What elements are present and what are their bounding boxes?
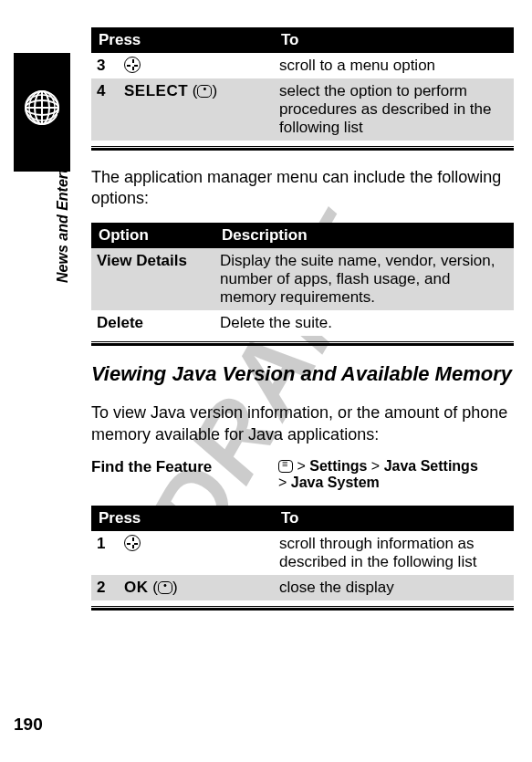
header-press: Press	[91, 27, 274, 53]
press-cell: OK ()	[119, 575, 274, 600]
navigation-key-icon	[124, 57, 141, 73]
press-cell	[119, 531, 274, 575]
table-row: Delete Delete the suite.	[91, 310, 514, 336]
find-label: Find the Feature	[91, 458, 278, 491]
menu-key-icon	[278, 460, 293, 473]
path-segment: Java Settings	[384, 458, 478, 474]
path-separator: >	[297, 458, 305, 474]
to-cell: select the option to perform procedures …	[274, 78, 514, 141]
table-header-row: Press To	[91, 506, 514, 531]
table-end-rule	[91, 606, 514, 611]
step-number: 4	[91, 78, 119, 141]
option-cell: View Details	[91, 248, 214, 310]
table-row: View Details Display the suite name, ven…	[91, 248, 514, 310]
step-number: 2	[91, 575, 119, 600]
table-row: 3 scroll to a menu option	[91, 53, 514, 78]
description-cell: Display the suite name, vendor, version,…	[214, 248, 514, 310]
body-paragraph: The application manager menu can include…	[91, 167, 514, 210]
path-segment: Settings	[309, 458, 367, 474]
soft-key-icon	[158, 581, 172, 594]
table-row: 2 OK () close the display	[91, 575, 514, 600]
ok-label: OK	[124, 579, 149, 596]
to-cell: scroll to a menu option	[274, 53, 514, 78]
description-cell: Delete the suite.	[214, 310, 514, 336]
section-heading: Viewing Java Version and Available Memor…	[91, 362, 514, 386]
to-cell: close the display	[274, 575, 514, 600]
press-to-table-1: Press To 3 scroll to a menu option 4 SEL…	[91, 27, 514, 141]
section-label: News and Entertainment	[55, 112, 71, 283]
option-description-table: Option Description View Details Display …	[91, 223, 514, 336]
step-number: 1	[91, 531, 119, 575]
table-end-rule	[91, 341, 514, 346]
navigation-key-icon	[124, 535, 141, 551]
table-row: 4 SELECT () select the option to perform…	[91, 78, 514, 141]
press-to-table-2: Press To 1 scroll through information as…	[91, 506, 514, 600]
find-path: > Settings > Java Settings > Java System	[278, 458, 514, 491]
option-cell: Delete	[91, 310, 214, 336]
find-the-feature-row: Find the Feature > Settings > Java Setti…	[91, 458, 514, 491]
select-label: SELECT	[124, 82, 188, 99]
to-cell: scroll through information as described …	[274, 531, 514, 575]
table-end-rule	[91, 146, 514, 151]
body-paragraph: To view Java version information, or the…	[91, 402, 514, 445]
page-content: Press To 3 scroll to a menu option 4 SEL…	[0, 0, 532, 611]
table-header-row: Press To	[91, 27, 514, 53]
press-cell: SELECT ()	[119, 78, 274, 141]
header-option: Option	[91, 223, 214, 248]
step-number: 3	[91, 53, 119, 78]
soft-key-icon	[197, 85, 212, 98]
path-separator: >	[278, 475, 287, 490]
path-separator: >	[371, 458, 380, 474]
header-description: Description	[214, 223, 514, 248]
header-press: Press	[91, 506, 274, 531]
page-number: 190	[14, 715, 43, 735]
path-segment: Java System	[291, 475, 380, 490]
header-to: To	[274, 506, 514, 531]
header-to: To	[274, 27, 514, 53]
table-header-row: Option Description	[91, 223, 514, 248]
press-cell	[119, 53, 274, 78]
table-row: 1 scroll through information as describe…	[91, 531, 514, 575]
